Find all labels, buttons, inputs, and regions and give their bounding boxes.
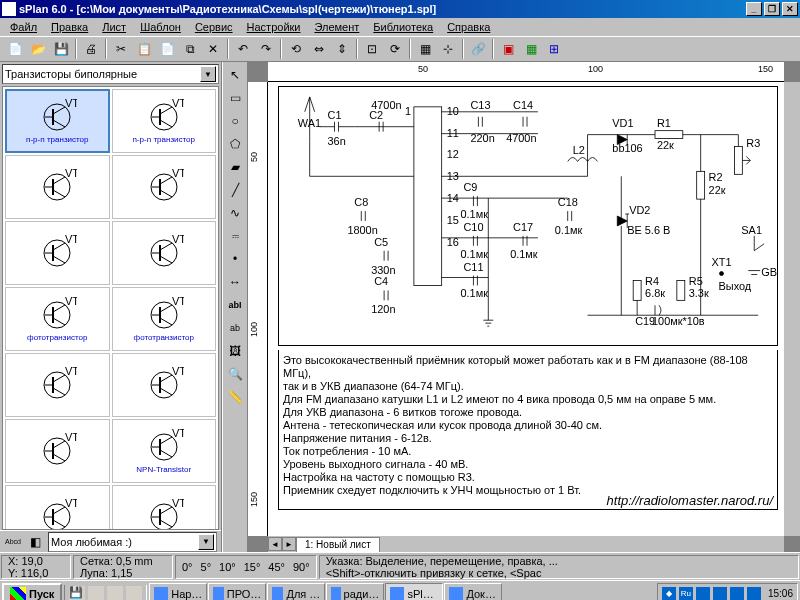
curve-tool[interactable]: ∿: [224, 202, 246, 224]
menu-template[interactable]: Шаблон: [134, 20, 187, 34]
angle-0[interactable]: 0°: [182, 561, 193, 573]
sheet-tab[interactable]: 1: Новый лист: [296, 537, 380, 552]
taskbar-task[interactable]: Нар…: [149, 583, 207, 601]
tool-c-button[interactable]: ⊞: [543, 38, 565, 60]
text-tool[interactable]: ab: [224, 317, 246, 339]
fill-tool[interactable]: ▰: [224, 156, 246, 178]
palette-item[interactable]: VT?n-p-n транзистор: [5, 89, 110, 153]
palette-item[interactable]: VT?: [5, 353, 110, 417]
mirror-v-button[interactable]: ⇕: [331, 38, 353, 60]
maximize-button[interactable]: ❐: [764, 2, 780, 16]
taskbar-task[interactable]: Док…: [444, 583, 502, 601]
mirror-h-button[interactable]: ⇔: [308, 38, 330, 60]
dimension-tool[interactable]: ↔: [224, 271, 246, 293]
delete-button[interactable]: ✕: [202, 38, 224, 60]
fit-button[interactable]: ⊡: [361, 38, 383, 60]
line-tool[interactable]: ╱: [224, 179, 246, 201]
drawing-canvas[interactable]: WA1 10 11 12 13 14 15 16 1 C136n: [268, 82, 784, 536]
palette-item[interactable]: VT?фототранзистор: [5, 287, 110, 351]
tray-lang[interactable]: Ru: [679, 587, 693, 601]
pal-btn-2[interactable]: ◧: [26, 533, 44, 551]
palette-item[interactable]: VT?n-p-n транзистор: [112, 89, 217, 153]
start-button[interactable]: Пуск: [2, 583, 62, 601]
svg-text:C4: C4: [374, 275, 388, 287]
minimize-button[interactable]: _: [746, 2, 762, 16]
svg-line-62: [53, 441, 65, 448]
pal-btn-1[interactable]: Abcd: [4, 533, 22, 551]
tray-icon[interactable]: [696, 587, 710, 601]
svg-line-63: [53, 454, 65, 461]
ql-1[interactable]: 💾: [68, 585, 86, 601]
circle-tool[interactable]: ○: [224, 110, 246, 132]
taskbar-task[interactable]: ради…: [326, 583, 384, 601]
palette-item[interactable]: VT?: [5, 221, 110, 285]
palette-item[interactable]: VT?: [112, 155, 217, 219]
ql-4[interactable]: [125, 585, 143, 601]
close-button[interactable]: ✕: [782, 2, 798, 16]
tool-a-button[interactable]: ▣: [497, 38, 519, 60]
palette-item[interactable]: VT?: [112, 485, 217, 530]
image-tool[interactable]: 🖼: [224, 340, 246, 362]
paste-button[interactable]: 📄: [156, 38, 178, 60]
menu-element[interactable]: Элемент: [308, 20, 365, 34]
palette-item[interactable]: VT?: [5, 155, 110, 219]
angle-10[interactable]: 10°: [219, 561, 236, 573]
print-button[interactable]: 🖨: [80, 38, 102, 60]
vertical-scrollbar[interactable]: [784, 82, 800, 536]
node-tool[interactable]: •: [224, 248, 246, 270]
palette-item[interactable]: VT?: [112, 221, 217, 285]
taskbar-task[interactable]: sPl…: [385, 583, 443, 601]
menu-sheet[interactable]: Лист: [96, 20, 132, 34]
ql-2[interactable]: [87, 585, 105, 601]
angle-5[interactable]: 5°: [201, 561, 212, 573]
select-tool[interactable]: ↖: [224, 64, 246, 86]
grid-button[interactable]: ▦: [414, 38, 436, 60]
menu-edit[interactable]: Правка: [45, 20, 94, 34]
taskbar-task[interactable]: ПРО…: [208, 583, 266, 601]
favorite-dropdown[interactable]: Моя любимая :) ▼: [48, 532, 217, 552]
palette-item[interactable]: VT?: [5, 419, 110, 483]
duplicate-button[interactable]: ⧉: [179, 38, 201, 60]
copy-button[interactable]: 📋: [133, 38, 155, 60]
zoom-tool[interactable]: 🔍: [224, 363, 246, 385]
cut-button[interactable]: ✂: [110, 38, 132, 60]
ql-3[interactable]: [106, 585, 124, 601]
text-label-tool[interactable]: abI: [224, 294, 246, 316]
palette-item[interactable]: VT?: [5, 485, 110, 530]
tray-icon[interactable]: [747, 587, 761, 601]
menu-file[interactable]: Файл: [4, 20, 43, 34]
rotate-button[interactable]: ⟲: [285, 38, 307, 60]
undo-button[interactable]: ↶: [232, 38, 254, 60]
redo-button[interactable]: ↷: [255, 38, 277, 60]
wire-tool[interactable]: ⎓: [224, 225, 246, 247]
library-category-dropdown[interactable]: Транзисторы биполярные ▼: [2, 64, 219, 84]
clock[interactable]: 15:06: [768, 588, 793, 599]
tray-icon[interactable]: [730, 587, 744, 601]
redraw-button[interactable]: ⟳: [384, 38, 406, 60]
taskbar-task[interactable]: Для …: [267, 583, 325, 601]
angle-90[interactable]: 90°: [293, 561, 310, 573]
menu-library[interactable]: Библиотека: [367, 20, 439, 34]
link-button[interactable]: 🔗: [467, 38, 489, 60]
rect-tool[interactable]: ▭: [224, 87, 246, 109]
measure-tool[interactable]: 📏: [224, 386, 246, 408]
tab-prev-button[interactable]: ◄: [268, 537, 282, 551]
tray-icon[interactable]: ◆: [662, 587, 676, 601]
menu-settings[interactable]: Настройки: [241, 20, 307, 34]
save-button[interactable]: 💾: [50, 38, 72, 60]
palette-item[interactable]: VT?NPN-Transistor: [112, 419, 217, 483]
poly-tool[interactable]: ⬠: [224, 133, 246, 155]
angle-15[interactable]: 15°: [244, 561, 261, 573]
palette-item[interactable]: VT?фототранзистор: [112, 287, 217, 351]
tray-icon[interactable]: [713, 587, 727, 601]
tab-next-button[interactable]: ►: [282, 537, 296, 551]
angle-45[interactable]: 45°: [268, 561, 285, 573]
menu-help[interactable]: Справка: [441, 20, 496, 34]
open-button[interactable]: 📂: [27, 38, 49, 60]
menu-service[interactable]: Сервис: [189, 20, 239, 34]
palette-item[interactable]: VT?: [112, 353, 217, 417]
new-button[interactable]: 📄: [4, 38, 26, 60]
tool-b-button[interactable]: ▦: [520, 38, 542, 60]
status-bar: X: 19,0 Y: 116,0 Сетка: 0,5 mm Лупа: 1,1…: [0, 552, 800, 580]
snap-button[interactable]: ⊹: [437, 38, 459, 60]
